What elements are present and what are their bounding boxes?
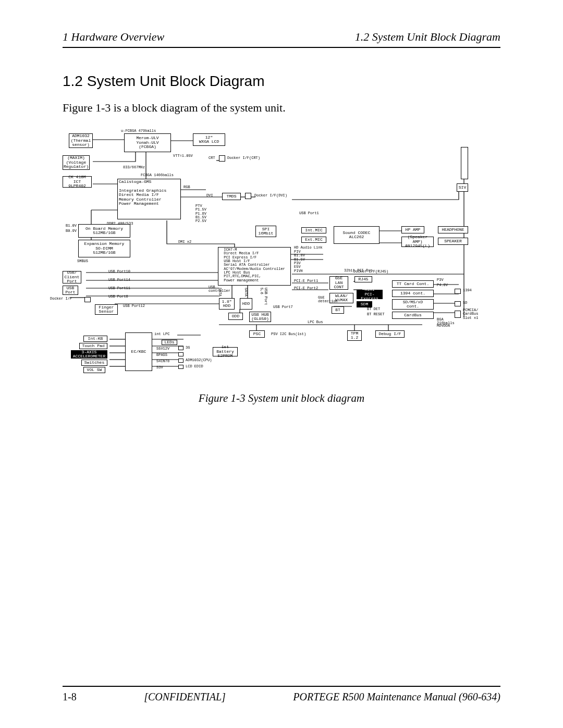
block-hdd2: HDD [240,298,252,310]
block-int-kb: Int-KB [83,336,107,342]
label-lcd-edid: LCD EDID [186,365,203,368]
block-sd-ms-xd: SD/MS/xD cont. [392,299,434,310]
label-pcie2: PCI-E Port2 [294,287,318,290]
block-onboard-memory: On Board Memory 512MB/1GB [78,224,130,238]
connector-docker [84,297,91,302]
label-vtt: VTT=1.05V [173,154,193,158]
connector-1394 [455,289,461,294]
block-usb-hub: USB HUB (GL850) [249,312,271,322]
block-cpu: Merom-ULV Yonah-ULV (FCBGA) [124,133,171,152]
block-diagram: ADM1032 (Thermal sensor) Merom-ULV Yonah… [63,129,485,379]
label-usb56: USB Port 5,6 [260,288,267,305]
block-bt: BT [332,306,344,314]
block-vol-sw: VOL SW [83,367,105,373]
label-bt-reset: BT RESET [367,313,385,316]
block-int-mic: Int.MIC [301,227,326,233]
header-right: 1.2 System Unit Block Diagram [355,30,500,44]
block-speaker-amp: (Speaker AMP) AN12945(L) [401,237,434,247]
label-mdvdda: MDVDDA [437,324,450,328]
block-usb-port: USB Port [63,286,78,295]
connector-crt [219,155,225,162]
label-s4in78: S4IN78 [156,360,169,363]
block-rj45: RJ45 [354,276,372,282]
label-docker-dvi: Docker I/F(DVI) [254,194,287,198]
block-voltage-regulator: (MAXIM) (Voltage Regulator) [63,155,90,170]
block-touchpad: Touch Pad [79,343,107,349]
connector-lcdedid [178,365,183,369]
connector-bpass [178,352,183,356]
block-leds: LEDs [162,340,177,345]
label-usb-p14: USB Port14 [108,278,130,282]
label-s5v12: S5V12V [156,347,169,351]
header-left: 1 Hardware Overview [63,30,164,44]
label-pcie1: PCI-E Port1 [294,279,318,283]
block-ttcard: TT Card Cont. [392,280,434,288]
label-usb-p8: USB Port8 [108,295,128,299]
block-hp-amp: HP AMP [401,226,424,233]
label-bpass: BPASS [156,353,167,357]
block-expansion-memory: Expansion Memory SO-DIMM 512MB/1GB [78,240,130,257]
label-docker-crt: Docker I/F(CRT) [227,156,260,160]
label-b0v9: B0.9V [66,229,77,233]
connector-sd [455,301,461,306]
footer-page: 1-8 [63,691,77,703]
section-title: 1.2 System Unit Block Diagram [63,73,500,90]
block-thermal-sensor: ADM1032 (Thermal sensor) [69,133,93,148]
block-debug-if: Debug I/F [375,330,405,338]
label-usb-port1: USB Port1 [299,212,319,215]
block-eeprom: 1st Battery E2PROM [213,347,238,356]
label-usb-p10: USB Port10 [108,270,130,274]
block-gbe-lan: GbE LAN CONT [329,276,348,290]
block-headphone: HEADPHONE [438,226,468,233]
block-tmds: TMDS [222,193,241,200]
label-gbe-det: GbE detection [318,296,338,304]
label-power-v: PTV P1.5V P1.8V B1.5V P2.5V [195,204,206,224]
label-p48v: P4.8V [437,283,448,287]
block-right-rail [461,147,468,179]
label-usb-p12: USB Port12 [123,304,145,308]
label-docker-if: Docker I/F [50,297,72,301]
block-accelerometer: 3-AXIS ACCELEROMETER [71,350,107,359]
label-usb-p11: USB Port11 [108,287,130,290]
block-ich7m: ICH7-M Direct Media I/F PCI Express I/F … [218,247,291,286]
label-p3v: P3V [437,278,444,282]
label-pcmcia: PCMCIA/ CardBus Slot x1 [463,309,478,320]
block-usb-client: USB/ Client Port [63,271,81,283]
label-1394: 1394 [463,289,472,292]
block-hdd1: 1.8″ HDD [219,298,235,310]
label-int-lpc: int LPC [154,332,169,336]
block-tpm: TPM 1.2 [347,330,362,341]
connector-dvi [245,193,251,199]
block-switches: Switches [81,360,107,366]
label-pci-bus: 32bit PCI Bus [344,269,373,273]
label-sd: SD [463,301,467,305]
footer-confidential: [CONFIDENTIAL] [144,691,226,703]
block-cardbus: CardBus [392,312,434,319]
label-pvlist: PIV B1.8V B1.5V P3V E5V PIVH [294,250,305,273]
label-usb-controller: USB controller [209,286,230,293]
label-dmi: DMI x2 [178,240,191,244]
label-3g: 3G [186,346,190,350]
block-finger-sensor: Finger Sensor [95,304,118,315]
label-usb-p7: USB Port7 [273,305,293,309]
block-odd: ODD [228,313,243,320]
label-fcbga479: u-FCBGA 479balls [121,129,156,133]
label-fcbga1466: FCBGA 1466balls [141,174,174,177]
block-speaker: SPEAKER [438,238,468,245]
block-lcd: 12″ WXGA LCD [193,133,225,146]
label-s3v: S3V [156,366,163,369]
block-siv: SIV [457,183,468,192]
section-intro: Figure 1-3 is a block diagram of the sys… [63,101,500,115]
label-bt-det: BT DET [367,307,380,311]
connector-s4in [178,359,183,363]
block-spi: SPI 16Mbit [255,226,276,237]
figure-caption: Figure 1-3 System unit block diagram [63,392,500,405]
label-psc-i2c: PSV I2C Bus(1st) [271,332,306,336]
label-dvi: DVI [206,194,213,198]
label-smbus: SMBUS [77,260,88,263]
connector-3g [178,346,183,350]
block-ec-kbc: EC/KBC [125,332,152,371]
label-crt: CRT [209,156,215,160]
label-adm1032: ADM1032(CPU) [186,359,212,362]
block-psc: PSC [249,330,265,338]
